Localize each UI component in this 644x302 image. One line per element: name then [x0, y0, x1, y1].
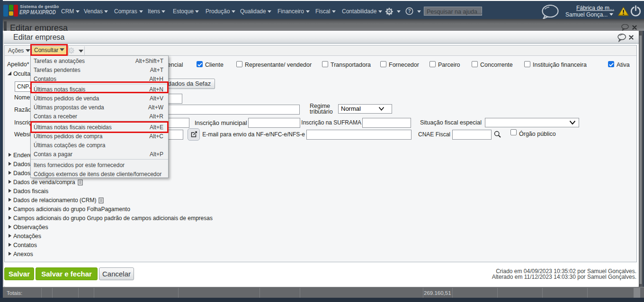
svg-text:?: ?	[408, 9, 411, 14]
